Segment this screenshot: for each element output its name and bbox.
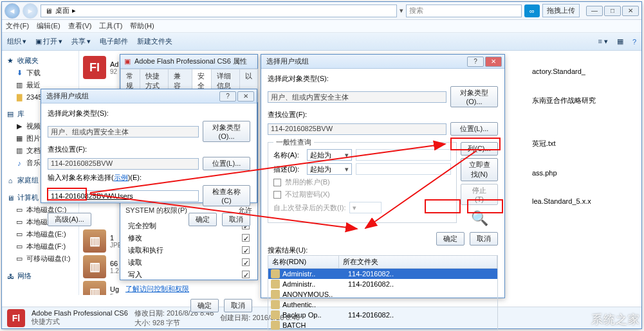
cloud-icon[interactable]: ∞ <box>524 4 540 17</box>
folder-icon: ▇ <box>15 93 24 102</box>
desc-match-combo[interactable]: 起始为 <box>307 163 352 175</box>
menu-help[interactable]: 帮助(H) <box>130 21 154 31</box>
cancel-button[interactable]: 取消 <box>224 299 252 312</box>
perm-checkbox[interactable]: ✓ <box>242 234 250 242</box>
ok-button[interactable]: 确定 <box>190 299 219 312</box>
columns-button[interactable]: 列(C)... <box>461 142 498 156</box>
menu-tools[interactable]: 工具(T) <box>99 21 122 31</box>
menu-edit[interactable]: 编辑(E) <box>37 21 60 31</box>
explorer-navbar: ◄ ► 🖥 桌面 ▸ ▾ 搜索 ∞ 拖拽上传 — □ ✕ <box>2 2 641 20</box>
maximize-button[interactable]: □ <box>604 6 621 16</box>
cancel-button[interactable]: 取消 <box>222 213 250 226</box>
acl-help-link[interactable]: 了解访问控制和权限 <box>125 285 189 292</box>
object-name-input[interactable] <box>48 190 199 202</box>
menu-view[interactable]: 查看(V) <box>68 21 92 31</box>
find-now-button[interactable]: 立即查找(N) <box>461 158 498 181</box>
tree-favorites[interactable]: ★收藏夹 <box>5 55 76 67</box>
dialog-title: 选择用户或组 <box>44 91 219 101</box>
perm-readexec: 读取和执行 <box>127 245 223 256</box>
document-icon: ▥ <box>15 147 24 156</box>
drive-icon: ▭ <box>15 242 24 251</box>
perm-checkbox[interactable]: ✓ <box>242 246 250 254</box>
advanced-button[interactable]: 高级(A)... <box>48 213 91 226</box>
result-row[interactable]: ANONYMOUS.. <box>268 289 497 300</box>
menu-file[interactable]: 文件(F) <box>6 21 29 31</box>
example-link[interactable]: 示例 <box>114 174 128 181</box>
cancel-button[interactable]: 取消 <box>470 232 498 246</box>
drag-upload-button[interactable]: 拖拽上传 <box>542 4 580 17</box>
perm-write: 写入 <box>127 269 223 280</box>
help-icon[interactable]: ? <box>632 38 636 46</box>
object-type-button[interactable]: 对象类型(O)... <box>450 86 498 107</box>
file-right-0[interactable]: actory.Standard_ <box>532 66 635 76</box>
desc-label: 描述(D): <box>273 165 303 174</box>
results-label: 搜索结果(U): <box>268 246 498 255</box>
lastlogin-combo[interactable] <box>349 202 382 213</box>
result-row[interactable]: Administr..114-2016082.. <box>268 279 497 289</box>
name-input[interactable] <box>356 149 451 161</box>
desc-input[interactable] <box>356 163 451 175</box>
file-right-1[interactable]: 东南亚合作战略研究 <box>532 94 635 107</box>
location-label: 查找位置(F): <box>268 110 498 120</box>
disabled-checkbox[interactable] <box>273 179 281 186</box>
status-filename: Adobe Flash Professional CS6 <box>32 309 128 317</box>
file-right-3[interactable]: ass.php <box>532 168 635 178</box>
location-button[interactable]: 位置(L)... <box>450 122 498 136</box>
ok-button[interactable]: 确定 <box>189 213 217 226</box>
email-button[interactable]: 电子邮件 <box>100 37 128 46</box>
close-button[interactable]: ✕ <box>237 91 254 102</box>
stop-button[interactable]: 停止(T) <box>461 184 498 205</box>
search-input[interactable]: 搜索 <box>406 4 522 17</box>
col-folder[interactable]: 所在文件夹 <box>339 256 497 268</box>
result-row[interactable]: Authentic.. <box>268 300 497 310</box>
breadcrumb-root[interactable]: 桌面 <box>55 6 69 15</box>
address-bar[interactable]: 🖥 桌面 ▸ <box>41 4 397 17</box>
perm-checkbox[interactable]: ✓ <box>242 271 250 278</box>
back-button[interactable]: ◄ <box>5 3 20 19</box>
perm-modify: 修改 <box>127 233 223 244</box>
user-icon <box>271 300 280 309</box>
tree-network[interactable]: 🖧网络 <box>5 270 76 282</box>
help-button[interactable]: ? <box>219 91 236 102</box>
library-icon: ▤ <box>6 110 15 119</box>
forward-button[interactable]: ► <box>23 3 38 19</box>
perm-checkbox[interactable]: ✓ <box>242 258 250 266</box>
results-header: 名称(RDN) 所在文件夹 <box>268 255 498 269</box>
download-icon: ⬇ <box>15 69 24 78</box>
flash-icon: Fl <box>83 56 106 79</box>
file-right-2[interactable]: 英冠.txt <box>532 138 635 150</box>
ok-button[interactable]: 确定 <box>436 232 465 246</box>
minimize-button[interactable]: — <box>586 6 603 16</box>
view-options-button[interactable]: ≡ ▾ <box>598 37 607 46</box>
object-type-field: 用户、组或内置安全主体 <box>268 91 446 103</box>
music-icon: ♪ <box>15 159 24 168</box>
location-field: 114-20160825BVW <box>268 123 446 135</box>
check-names-button[interactable]: 检查名称(C) <box>203 185 250 206</box>
file-right-4[interactable]: lea.Standard_5.x.x <box>532 196 635 206</box>
dialog-title: 选择用户或组 <box>264 57 467 66</box>
tree-drive-i[interactable]: ▭可移动磁盘(I:) <box>5 253 76 265</box>
results-list[interactable]: Administr..114-2016082..Administr..114-2… <box>268 269 498 330</box>
rar-icon: ▥ <box>83 281 106 295</box>
object-type-button[interactable]: 对象类型(O)... <box>203 121 250 142</box>
preview-pane-button[interactable]: ▦ <box>617 37 623 46</box>
newfolder-button[interactable]: 新建文件夹 <box>137 37 172 46</box>
explorer-toolbar: 组织 ▾ ▣ 打开 ▾ 共享 ▾ 电子邮件 新建文件夹 ≡ ▾ ▦ ? <box>2 33 641 51</box>
open-button[interactable]: ▣ 打开 ▾ <box>35 37 62 46</box>
result-row[interactable]: BATCH <box>268 320 497 330</box>
tree-downloads[interactable]: ⬇下载 <box>5 67 76 79</box>
close-button[interactable]: ✕ <box>485 57 502 67</box>
close-button[interactable]: ✕ <box>622 6 639 16</box>
help-button[interactable]: ? <box>467 57 484 67</box>
name-match-combo[interactable]: 起始为 <box>307 149 352 161</box>
user-icon <box>271 269 280 278</box>
location-button[interactable]: 位置(L)... <box>203 157 250 170</box>
result-row[interactable]: Backup Op..114-2016082.. <box>268 310 497 320</box>
share-button[interactable]: 共享 ▾ <box>71 37 91 46</box>
user-icon <box>271 290 280 299</box>
result-row[interactable]: Administr..114-2016082.. <box>268 269 497 279</box>
col-name[interactable]: 名称(RDN) <box>268 256 339 268</box>
organize-button[interactable]: 组织 ▾ <box>7 37 26 46</box>
noexpire-checkbox[interactable] <box>273 191 281 199</box>
tree-drive-f[interactable]: ▭本地磁盘(F:) <box>5 240 76 253</box>
